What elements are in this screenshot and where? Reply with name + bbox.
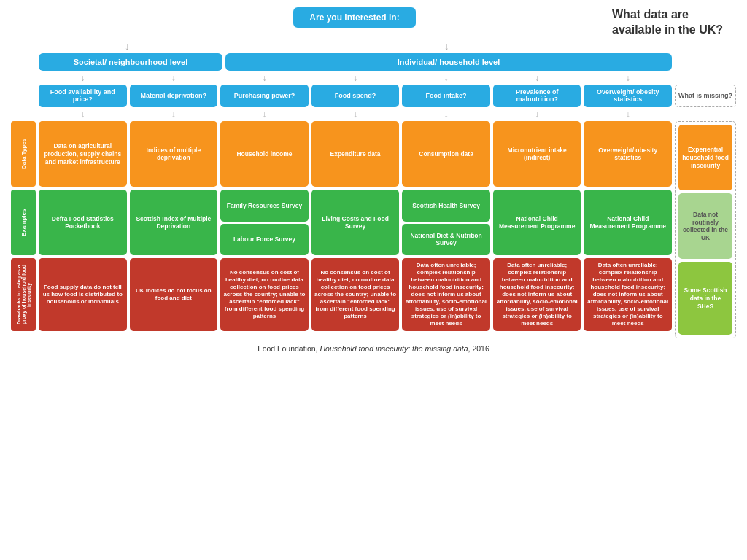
db-col2: UK indices do not focus on food and diet — [130, 258, 218, 331]
subcat-overweight: Overweight/ obesity statistics — [584, 85, 672, 108]
ex-col5a: Scottish Health Survey — [402, 190, 490, 222]
missing-column: Experiential household food insecurity D… — [675, 121, 736, 338]
societal-level-box: Societal/ neighbourhood level — [39, 53, 222, 71]
row-label-data-types: Data Types — [11, 121, 36, 187]
dt-col3: Household income — [220, 121, 309, 187]
subcat-food-spend: Food spend? — [311, 85, 400, 108]
arrow-col2: ↓ — [130, 73, 218, 83]
arrow-col5: ↓ — [402, 73, 490, 83]
arrow-col1: ↓ — [39, 73, 127, 83]
footer: Food Foundation, Household food insecuri… — [11, 344, 736, 353]
arrow-col3: ↓ — [220, 73, 309, 83]
ex-col6: National Child Measurement Programme — [493, 190, 581, 255]
missing-some-scottish: Some Scottish data in the SHeS — [678, 262, 732, 335]
subcat-food-intake: Food intake? — [402, 85, 490, 108]
top-question-box: Are you interested in: — [293, 7, 415, 28]
dt-col4: Expenditure data — [311, 121, 400, 187]
arrow-col6: ↓ — [493, 73, 581, 83]
ex-col2: Scottish Index of Multiple Deprivation — [130, 190, 218, 255]
subcat-malnutrition: Prevalence of malnutrition? — [493, 85, 581, 108]
row-label-drawbacks: Drawbacks to using as a proxy of househo… — [11, 258, 36, 331]
subcat-purchasing-power: Purchasing power? — [220, 85, 309, 108]
db-col3: No consensus on cost of healthy diet; no… — [220, 258, 309, 331]
dt-col1: Data on agricultural production, supply … — [39, 121, 127, 187]
db-col5: Data often unreliable; complex relations… — [402, 258, 490, 331]
subcat-food-availability: Food availability and price? — [39, 85, 127, 108]
side-question: What data are available in the UK? — [612, 7, 736, 38]
arrow-col4: ↓ — [311, 73, 400, 83]
missing-what-label: What is missing? — [675, 85, 736, 108]
db-col1: Food supply data do not tell us how food… — [39, 258, 127, 331]
ex-col5b: National Diet & Nutrition Survey — [402, 224, 490, 256]
db-col6: Data often unreliable; complex relations… — [493, 258, 581, 331]
dt-col6: Micronutrient intake (indirect) — [493, 121, 581, 187]
individual-level-box: Individual/ household level — [225, 53, 672, 71]
subcat-material-deprivation: Material deprivation? — [130, 85, 218, 108]
missing-data-type: Experiential household food insecurity — [678, 125, 732, 190]
ex-col3a: Family Resources Survey — [220, 190, 309, 222]
row-label-examples: Examples — [11, 190, 36, 255]
ex-col3b: Labour Force Survey — [220, 224, 309, 256]
db-col7: Data often unreliable; complex relations… — [584, 258, 672, 331]
ex-col4: Living Costs and Food Survey — [311, 190, 400, 255]
dt-col5: Consumption data — [402, 121, 490, 187]
ex-col1: Defra Food Statistics Pocketbook — [39, 190, 127, 255]
dt-col2: Indices of multiple deprivation — [130, 121, 218, 187]
db-col4: No consensus on cost of healthy diet; no… — [311, 258, 400, 331]
ex-col7: National Child Measurement Programme — [584, 190, 672, 255]
arrow-col7: ↓ — [584, 73, 672, 83]
missing-not-collected: Data not routinely collected in the UK — [678, 193, 732, 259]
dt-col7: Overweight/ obesity statistics — [584, 121, 672, 187]
